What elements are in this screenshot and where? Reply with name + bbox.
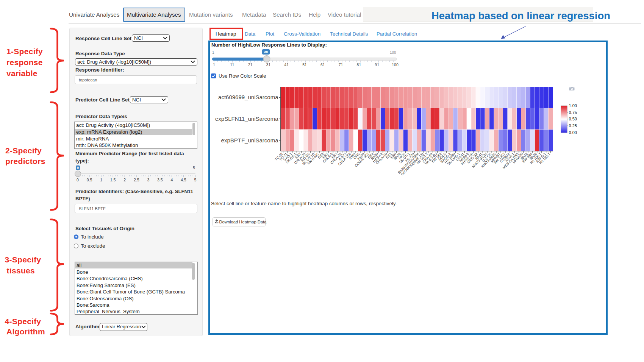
svg-text:1: 1 — [100, 178, 102, 182]
svg-text:0.50: 0.50 — [569, 117, 577, 121]
svg-text:expBPTF_uniSarcoma: expBPTF_uniSarcoma — [221, 137, 279, 144]
svg-text:4.5: 4.5 — [181, 178, 186, 182]
svg-text:0: 0 — [77, 178, 79, 182]
svg-text:71: 71 — [339, 62, 343, 67]
svg-text:21: 21 — [248, 62, 253, 67]
svg-text:3: 3 — [147, 178, 149, 182]
svg-text:0.00: 0.00 — [569, 130, 577, 135]
svg-text:2.5: 2.5 — [134, 178, 139, 182]
svg-text:61: 61 — [320, 62, 325, 67]
svg-text:1.00: 1.00 — [569, 103, 577, 108]
svg-text:41: 41 — [284, 62, 289, 67]
svg-text:100: 100 — [392, 62, 399, 67]
svg-text:act609699_uniSarcoma: act609699_uniSarcoma — [218, 94, 278, 100]
svg-text:5: 5 — [194, 178, 197, 182]
svg-text:expSLFN11_uniSarcoma: expSLFN11_uniSarcoma — [215, 115, 278, 122]
svg-text:81: 81 — [357, 62, 361, 67]
svg-text:0.25: 0.25 — [569, 123, 577, 128]
svg-text:11: 11 — [230, 62, 234, 67]
svg-text:1: 1 — [213, 62, 215, 67]
svg-text:4: 4 — [170, 178, 173, 182]
svg-text:0.5: 0.5 — [87, 178, 92, 182]
svg-text:2: 2 — [123, 178, 126, 182]
svg-text:31: 31 — [266, 62, 271, 67]
svg-text:51: 51 — [302, 62, 307, 67]
svg-text:1.5: 1.5 — [110, 178, 116, 182]
svg-text:0.75: 0.75 — [569, 110, 577, 115]
svg-text:3.5: 3.5 — [157, 178, 163, 182]
svg-text:91: 91 — [375, 62, 379, 67]
